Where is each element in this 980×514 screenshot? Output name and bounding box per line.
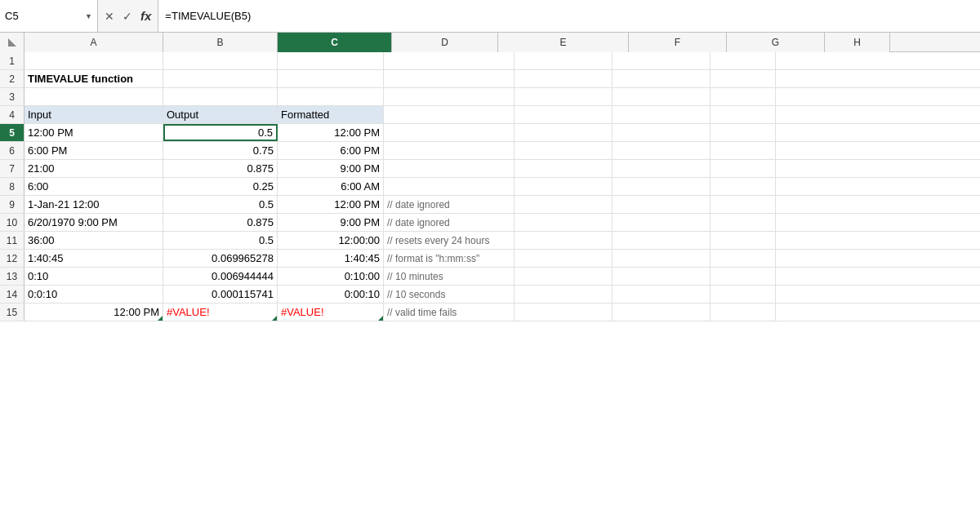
cell-c6[interactable]: 0.75 (163, 142, 278, 159)
cell-g14[interactable] (612, 286, 710, 303)
name-box-dropdown-icon[interactable]: ▼ (85, 12, 92, 20)
cell-b9[interactable]: 1-Jan-21 12:00 (24, 196, 163, 213)
cell-b8[interactable]: 6:00 (24, 178, 163, 195)
cell-f11[interactable] (514, 232, 612, 249)
cell-f3[interactable] (514, 88, 612, 105)
cell-f12[interactable] (514, 250, 612, 267)
cell-b13[interactable]: 0:10 (24, 268, 163, 285)
cell-c5[interactable]: 0.5 (163, 124, 278, 141)
cell-g10[interactable] (612, 214, 710, 231)
cell-h9[interactable] (710, 196, 776, 213)
col-header-f[interactable]: F (629, 33, 727, 52)
cell-g8[interactable] (612, 178, 710, 195)
cell-f13[interactable] (514, 268, 612, 285)
cell-h13[interactable] (710, 268, 776, 285)
cell-c3[interactable] (163, 88, 278, 105)
cell-g7[interactable] (612, 160, 710, 177)
cell-f4[interactable] (514, 106, 612, 123)
cell-c12[interactable]: 0.069965278 (163, 250, 278, 267)
cell-f15[interactable] (514, 304, 612, 321)
cell-b5[interactable]: 12:00 PM (24, 124, 163, 141)
cell-h2[interactable] (710, 70, 776, 87)
cell-c4-header[interactable]: Output (163, 106, 278, 123)
cell-c14[interactable]: 0.000115741 (163, 286, 278, 303)
cell-name-box[interactable]: C5 ▼ (0, 0, 98, 32)
cell-d2[interactable] (278, 70, 384, 87)
cell-h14[interactable] (710, 286, 776, 303)
confirm-icon[interactable]: ✓ (122, 10, 132, 23)
cell-b7[interactable]: 21:00 (24, 160, 163, 177)
cell-b15[interactable]: 12:00 PM (24, 304, 163, 321)
cell-b2[interactable]: TIMEVALUE function (24, 70, 163, 87)
cell-d4-header[interactable]: Formatted (278, 106, 384, 123)
formula-input[interactable] (158, 0, 980, 32)
cell-b10[interactable]: 6/20/1970 9:00 PM (24, 214, 163, 231)
cancel-icon[interactable]: ✕ (105, 10, 114, 23)
cell-b14[interactable]: 0:0:10 (24, 286, 163, 303)
cell-d8[interactable]: 6:00 AM (278, 178, 384, 195)
cell-e2[interactable] (384, 70, 514, 87)
cell-c10[interactable]: 0.875 (163, 214, 278, 231)
cell-g12[interactable] (612, 250, 710, 267)
col-header-g[interactable]: G (727, 33, 825, 52)
cell-h5[interactable] (710, 124, 776, 141)
col-header-a[interactable]: A (24, 33, 163, 52)
cell-c11[interactable]: 0.5 (163, 232, 278, 249)
cell-h7[interactable] (710, 160, 776, 177)
cell-d11[interactable]: 12:00:00 (278, 232, 384, 249)
col-header-d[interactable]: D (392, 33, 498, 52)
cell-f6[interactable] (514, 142, 612, 159)
cell-c9[interactable]: 0.5 (163, 196, 278, 213)
cell-f10[interactable] (514, 214, 612, 231)
cell-g5[interactable] (612, 124, 710, 141)
cell-d9[interactable]: 12:00 PM (278, 196, 384, 213)
cell-h8[interactable] (710, 178, 776, 195)
cell-d14[interactable]: 0:00:10 (278, 286, 384, 303)
cell-c7[interactable]: 0.875 (163, 160, 278, 177)
cell-g15[interactable] (612, 304, 710, 321)
col-header-h[interactable]: H (825, 33, 890, 52)
cell-h12[interactable] (710, 250, 776, 267)
cell-b3[interactable] (24, 88, 163, 105)
cell-e4[interactable] (384, 106, 514, 123)
cell-e7[interactable] (384, 160, 514, 177)
cell-d7[interactable]: 9:00 PM (278, 160, 384, 177)
cell-d1[interactable] (278, 52, 384, 69)
cell-e3[interactable] (384, 88, 514, 105)
fx-icon[interactable]: fx (140, 9, 151, 23)
cell-h15[interactable] (710, 304, 776, 321)
cell-b11[interactable]: 36:00 (24, 232, 163, 249)
col-header-c[interactable]: C (278, 33, 392, 52)
cell-f8[interactable] (514, 178, 612, 195)
cell-g6[interactable] (612, 142, 710, 159)
cell-f1[interactable] (514, 52, 612, 69)
cell-c1[interactable] (163, 52, 278, 69)
cell-h6[interactable] (710, 142, 776, 159)
cell-e8[interactable] (384, 178, 514, 195)
cell-d3[interactable] (278, 88, 384, 105)
cell-c13[interactable]: 0.006944444 (163, 268, 278, 285)
cell-b1[interactable] (24, 52, 163, 69)
cell-d15[interactable]: #VALUE! (278, 304, 384, 321)
cell-b4-header[interactable]: Input (24, 106, 163, 123)
cell-d12[interactable]: 1:40:45 (278, 250, 384, 267)
cell-d13[interactable]: 0:10:00 (278, 268, 384, 285)
cell-g11[interactable] (612, 232, 710, 249)
col-header-b[interactable]: B (163, 33, 278, 52)
cell-f7[interactable] (514, 160, 612, 177)
cell-f5[interactable] (514, 124, 612, 141)
cell-h11[interactable] (710, 232, 776, 249)
cell-f2[interactable] (514, 70, 612, 87)
cell-d6[interactable]: 6:00 PM (278, 142, 384, 159)
cell-g4[interactable] (612, 106, 710, 123)
cell-g13[interactable] (612, 268, 710, 285)
cell-d10[interactable]: 9:00 PM (278, 214, 384, 231)
cell-g2[interactable] (612, 70, 710, 87)
cell-e5[interactable] (384, 124, 514, 141)
cell-g3[interactable] (612, 88, 710, 105)
cell-f14[interactable] (514, 286, 612, 303)
cell-h10[interactable] (710, 214, 776, 231)
cell-g9[interactable] (612, 196, 710, 213)
cell-h3[interactable] (710, 88, 776, 105)
cell-e1[interactable] (384, 52, 514, 69)
